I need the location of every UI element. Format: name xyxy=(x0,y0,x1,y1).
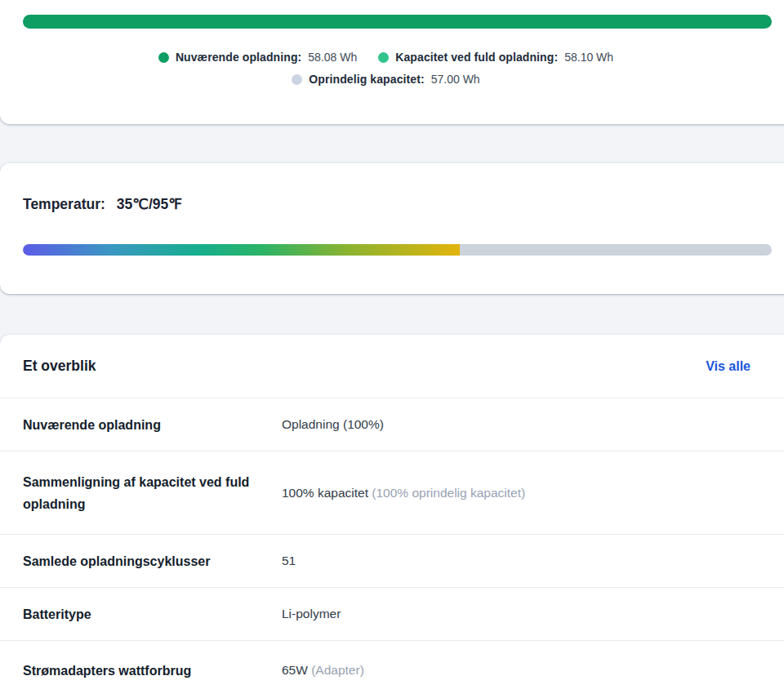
legend-item-full-charge-capacity: Kapacitet ved fuld opladning: 58.10 Wh xyxy=(378,51,613,64)
overview-title: Et overblik xyxy=(23,358,96,375)
legend-item-original-capacity: Oprindelig kapacitet: 57.00 Wh xyxy=(292,73,479,86)
row-value: 65W (Adapter) xyxy=(282,663,364,678)
row-label: Nuværende opladning xyxy=(23,414,282,436)
row-value: 51 xyxy=(282,554,296,568)
temperature-value: 35℃/95℉ xyxy=(117,196,182,212)
row-value-main: Opladning (100%) xyxy=(282,417,384,431)
table-row-battery-type: Batteritype Li-polymer xyxy=(0,588,784,641)
overview-card: Et overblik Vis alle Nuværende opladning… xyxy=(0,335,784,685)
legend-row-2: Oprindelig kapacitet: 57.00 Wh xyxy=(292,73,479,86)
row-value: Opladning (100%) xyxy=(282,417,384,432)
row-value-main: 51 xyxy=(282,554,296,567)
temperature-gauge-fill xyxy=(23,244,460,256)
row-value-muted: (Adapter) xyxy=(311,663,364,677)
row-label: Samlede opladningscyklusser xyxy=(23,550,282,572)
legend-value: 58.08 Wh xyxy=(308,51,357,64)
view-all-link[interactable]: Vis alle xyxy=(706,359,751,374)
table-row-capacity-comparison: Sammenligning af kapacitet ved fuld opla… xyxy=(0,451,784,535)
temperature-gauge-track xyxy=(23,244,772,256)
row-label: Batteritype xyxy=(23,603,282,625)
capacity-legend: Nuværende opladning: 58.08 Wh Kapacitet … xyxy=(0,51,772,86)
temperature-label: Temperatur: xyxy=(23,196,105,212)
current-charge-dot-icon xyxy=(158,52,169,63)
row-value-main: 100% kapacitet xyxy=(282,486,368,500)
row-label: Sammenligning af kapacitet ved fuld opla… xyxy=(23,471,282,515)
capacity-card: Nuværende opladning: 58.08 Wh Kapacitet … xyxy=(0,0,784,124)
row-value: 100% kapacitet (100% oprindelig kapacite… xyxy=(282,486,525,500)
original-capacity-dot-icon xyxy=(292,74,302,85)
row-label: Strømadapters wattforbrug xyxy=(23,660,282,682)
table-row-current-charge: Nuværende opladning Opladning (100%) xyxy=(0,398,784,451)
row-value-main: Li-polymer xyxy=(282,607,341,621)
legend-value: 58.10 Wh xyxy=(564,51,613,64)
row-value-muted: (100% oprindelig kapacitet) xyxy=(372,486,525,500)
legend-label: Oprindelig kapacitet: xyxy=(309,73,424,86)
row-value-main: 65W xyxy=(282,663,308,677)
table-row-charge-cycles: Samlede opladningscyklusser 51 xyxy=(0,535,784,588)
table-row-adapter-wattage: Strømadapters wattforbrug 65W (Adapter) xyxy=(0,641,784,685)
overview-header: Et overblik Vis alle xyxy=(0,335,784,398)
legend-item-current-charge: Nuværende opladning: 58.08 Wh xyxy=(158,51,357,64)
legend-label: Kapacitet ved fuld opladning: xyxy=(395,51,558,64)
row-value: Li-polymer xyxy=(282,607,341,621)
charge-level-bar xyxy=(23,15,772,29)
legend-label: Nuværende opladning: xyxy=(176,51,301,64)
legend-row-1: Nuværende opladning: 58.08 Wh Kapacitet … xyxy=(158,51,613,64)
temperature-card: Temperatur:35℃/95℉ xyxy=(0,163,784,294)
legend-value: 57.00 Wh xyxy=(431,73,480,86)
temperature-title: Temperatur:35℃/95℉ xyxy=(23,196,182,213)
full-charge-dot-icon xyxy=(378,52,389,63)
